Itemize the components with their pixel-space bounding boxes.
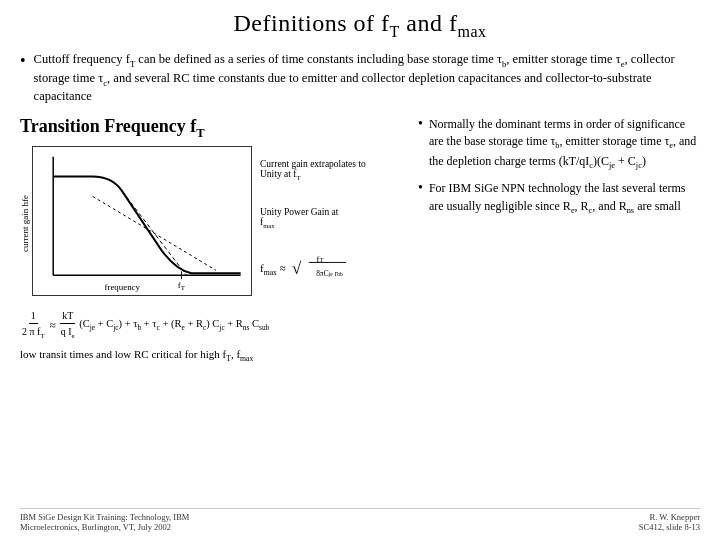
right-bullet-1-icon: •: [418, 116, 423, 173]
svg-text:fT: fT: [317, 255, 324, 264]
low-transit-text: low transit times and low RC critical fo…: [20, 348, 410, 363]
footer-left-line2: Microelectronics, Burlington, VT, July 2…: [20, 522, 189, 532]
footer-right: R. W. Knepper SC412, slide 8-13: [639, 512, 700, 532]
annotation-unity-power: Unity Power Gain at fmax: [260, 207, 366, 229]
graph-box: frequency fT: [32, 146, 252, 296]
left-panel: Transition Frequency fT current gain hfe: [20, 116, 410, 504]
footer-right-line1: R. W. Knepper: [639, 512, 700, 522]
graph-svg: frequency fT: [33, 147, 251, 295]
page-title: Definitions of fT and fmax: [20, 10, 700, 41]
content-area: Transition Frequency fT current gain hfe: [20, 116, 700, 504]
formula-area: 1 2 π fT ≈ kT q Ie (Cje + Cjc) + τb + τc…: [20, 308, 410, 342]
frac-numerator: 1: [29, 308, 38, 324]
formula-fraction2: kT q Ie: [59, 308, 77, 342]
formula-fraction: 1 2 π fT: [20, 308, 47, 342]
formula-rhs: kT q Ie (Cje + Cjc) + τb + τc + (Re + Rc…: [59, 308, 270, 342]
intro-text: Cuttoff frequency fT can be defined as a…: [34, 51, 700, 106]
footer-right-line2: SC412, slide 8-13: [639, 522, 700, 532]
frac2-den: q Ie: [59, 324, 77, 342]
formula-line: 1 2 π fT ≈ kT q Ie (Cje + Cjc) + τb + τc…: [20, 308, 410, 342]
sqrt-formula-svg: √ fT 8πCje rbb: [290, 255, 350, 283]
svg-text:8πCje rbb: 8πCje rbb: [317, 269, 344, 278]
svg-text:frequency: frequency: [105, 282, 141, 292]
y-axis-label: current gain hfe: [20, 195, 30, 252]
svg-text:fT: fT: [178, 280, 186, 291]
annotation-unity-gain: Current gain extrapolates to Unity at fT: [260, 159, 366, 181]
footer: IBM SiGe Design Kit Training: Technology…: [20, 508, 700, 532]
graph-with-ylabel: current gain hfe: [20, 146, 252, 300]
graph-annotations: Current gain extrapolates to Unity at fT…: [260, 146, 366, 296]
intro-bullet-icon: •: [20, 51, 26, 106]
footer-left: IBM SiGe Design Kit Training: Technology…: [20, 512, 189, 532]
right-bullet-2-icon: •: [418, 180, 423, 217]
formula-approx: ≈: [50, 317, 56, 334]
graph-section: current gain hfe: [20, 146, 410, 300]
footer-left-line1: IBM SiGe Design Kit Training: Technology…: [20, 512, 189, 522]
svg-text:√: √: [292, 259, 302, 278]
right-bullet-2: • For IBM SiGe NPN technology the last s…: [418, 180, 700, 217]
frac2-num: kT: [60, 308, 75, 324]
right-bullet-1: • Normally the dominant terms in order o…: [418, 116, 700, 173]
svg-line-4: [93, 197, 216, 271]
transition-frequency-heading: Transition Frequency fT: [20, 116, 410, 141]
right-bullet-2-text: For IBM SiGe NPN technology the last sev…: [429, 180, 700, 217]
page: Definitions of fT and fmax • Cuttoff fre…: [0, 0, 720, 540]
fmax-formula: fmax ≈ √ fT: [260, 255, 366, 283]
intro-paragraph: • Cuttoff frequency fT can be defined as…: [20, 51, 700, 106]
frac-denominator: 2 π fT: [20, 324, 47, 342]
right-panel: • Normally the dominant terms in order o…: [418, 116, 700, 504]
right-bullet-1-text: Normally the dominant terms in order of …: [429, 116, 700, 173]
formula-lhs: 1 2 π fT: [20, 308, 47, 342]
